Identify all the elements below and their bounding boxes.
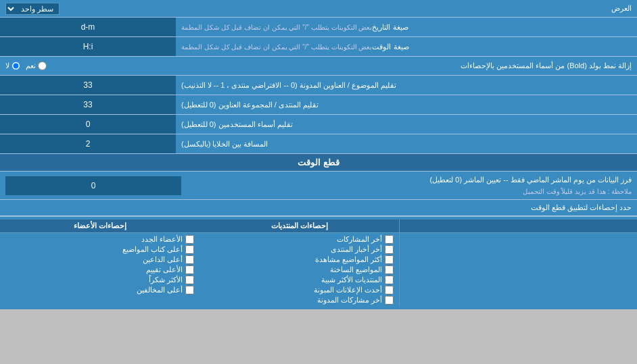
spacing-row: المسافة بين الخلايا (بالبكسل) <box>0 134 637 154</box>
right-empty-col <box>400 233 637 307</box>
list-item: أخر المشاركات <box>205 234 394 244</box>
checkbox-col1-1[interactable] <box>385 245 394 254</box>
bold-radio-group: نعم لا <box>5 61 47 70</box>
col2-header: إحصاءات الأعضاء <box>0 219 199 232</box>
checkboxes-header: إحصاءات المنتديات إحصاءات الأعضاء <box>0 219 637 233</box>
checkbox-col1-0[interactable] <box>385 235 394 244</box>
header-label: العرض <box>60 4 632 13</box>
time-format-input-wrapper <box>0 37 176 56</box>
titles-limit-input[interactable] <box>4 80 172 90</box>
checkbox-col2-1[interactable] <box>185 245 194 254</box>
spacing-label: المسافة بين الخلايا (بالبكسل) <box>176 134 637 153</box>
checkboxes-col1: أخر المشاركات أخر أخبار المنتدى أكثر الم… <box>199 233 400 307</box>
checkbox-col1-5[interactable] <box>385 286 394 294</box>
cutoff-label: فرز البيانات من يوم الماشر الماضي فقط --… <box>181 174 632 197</box>
bold-radio-row: إزالة نمط بولد (Bold) من أسماء المستخدمي… <box>0 57 637 76</box>
forum-limit-label: تقليم المنتدى / المجموعة العناوين (0 للت… <box>176 95 637 114</box>
titles-limit-label: تقليم الموضوع / العناوين المدونة (0 -- ا… <box>176 76 637 95</box>
checkbox-col2-5[interactable] <box>185 286 194 294</box>
titles-limit-input-wrapper <box>0 76 176 95</box>
radio-yes-label[interactable]: نعم <box>26 61 47 70</box>
checkboxes-section: إحصاءات المنتديات إحصاءات الأعضاء أخر ال… <box>0 216 637 309</box>
select-wrapper: سطر واحد سطران ثلاثة أسطر <box>5 3 60 15</box>
checkbox-col2-0[interactable] <box>185 235 194 244</box>
usernames-limit-input-wrapper <box>0 115 176 134</box>
checkboxes-col2: الأعضاء الجدد أعلى كتاب المواضيع أعلى ال… <box>0 233 199 307</box>
list-item: أحدث الإعلانات المبونة <box>205 285 394 295</box>
list-item: أعلى المخالفين <box>5 285 194 295</box>
list-item: المواضيع الساخنة <box>205 265 394 275</box>
bold-radio-label: إزالة نمط بولد (Bold) من أسماء المستخدمي… <box>47 61 632 70</box>
checkbox-col2-2[interactable] <box>185 255 194 264</box>
date-format-label: صيغة التاريخ بعض التكوينات يتطلب "/" الت… <box>176 18 637 36</box>
checkbox-col1-3[interactable] <box>385 265 394 274</box>
main-container: العرض سطر واحد سطران ثلاثة أسطر صيغة الت… <box>0 0 637 309</box>
list-item: أخر مشاركات المدونة <box>205 295 394 305</box>
forum-limit-input-wrapper <box>0 95 176 114</box>
col1-header: إحصاءات المنتديات <box>199 219 400 232</box>
list-item: أعلى كتاب المواضيع <box>5 244 194 255</box>
display-select[interactable]: سطر واحد سطران ثلاثة أسطر <box>5 3 60 15</box>
usernames-limit-input[interactable] <box>4 120 172 129</box>
titles-limit-row: تقليم الموضوع / العناوين المدونة (0 -- ا… <box>0 76 637 95</box>
list-item: الأعلى تقييم <box>5 265 194 275</box>
spacing-input-wrapper <box>0 134 176 153</box>
list-item: أعلى الداعين <box>5 255 194 265</box>
date-format-input-wrapper <box>0 18 176 36</box>
cutoff-input[interactable] <box>9 181 177 190</box>
radio-yes[interactable] <box>38 61 47 70</box>
list-item: أخر أخبار المنتدى <box>205 244 394 255</box>
forum-limit-input[interactable] <box>4 100 172 109</box>
time-format-label: صيغة الوقت بعض التكوينات يتطلب "/" التي … <box>176 37 637 56</box>
cutoff-input-wrapper <box>5 176 181 195</box>
forum-limit-row: تقليم المنتدى / المجموعة العناوين (0 للت… <box>0 95 637 115</box>
date-format-input[interactable] <box>4 22 172 32</box>
cutoff-section-header: قطع الوقت <box>0 154 637 172</box>
checkbox-col1-6[interactable] <box>385 296 394 305</box>
checkbox-col2-3[interactable] <box>185 265 194 274</box>
date-format-row: صيغة التاريخ بعض التكوينات يتطلب "/" الت… <box>0 18 637 37</box>
checkbox-col2-4[interactable] <box>185 276 194 284</box>
list-item: الأعضاء الجدد <box>5 234 194 244</box>
cutoff-row: فرز البيانات من يوم الماشر الماضي فقط --… <box>0 172 637 200</box>
time-format-input[interactable] <box>4 42 172 51</box>
list-item: الأكثر شكراً <box>5 275 194 285</box>
checkbox-col1-2[interactable] <box>385 255 394 264</box>
list-item: المنتديات الأكثر شبية <box>205 275 394 285</box>
stats-limit-label: حدد إحصاءات لتطبيق قطع الوقت <box>5 203 632 212</box>
radio-no-label[interactable]: لا <box>5 61 20 70</box>
spacing-input[interactable] <box>4 139 172 149</box>
header-row: العرض سطر واحد سطران ثلاثة أسطر <box>0 0 637 18</box>
stats-limit-row: حدد إحصاءات لتطبيق قطع الوقت <box>0 200 637 216</box>
checkbox-col1-4[interactable] <box>385 276 394 284</box>
time-format-row: صيغة الوقت بعض التكوينات يتطلب "/" التي … <box>0 37 637 57</box>
right-spacer <box>400 219 637 232</box>
checkboxes-grid: أخر المشاركات أخر أخبار المنتدى أكثر الم… <box>0 233 637 307</box>
radio-no[interactable] <box>11 61 20 70</box>
usernames-limit-row: تقليم أسماء المستخدمين (0 للتعطيل) <box>0 115 637 134</box>
usernames-limit-label: تقليم أسماء المستخدمين (0 للتعطيل) <box>176 115 637 134</box>
list-item: أكثر المواضيع مشاهدة <box>205 255 394 265</box>
